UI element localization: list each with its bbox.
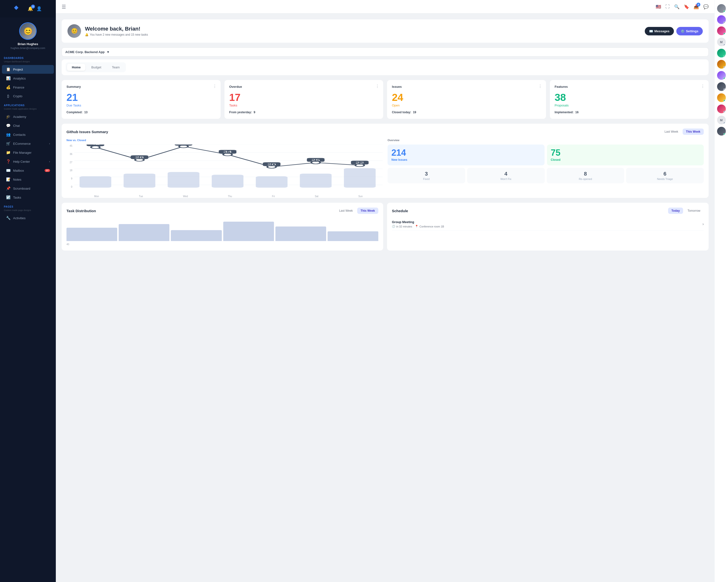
- rp-avatar-10[interactable]: M: [717, 116, 726, 124]
- x-tue: Tue: [139, 195, 143, 198]
- chat-bubble-icon[interactable]: 💬: [703, 4, 709, 9]
- overdue-detail-value: 9: [254, 111, 255, 114]
- flag-icon[interactable]: 🇺🇸: [656, 4, 661, 9]
- issues-detail-value: 19: [413, 111, 416, 114]
- rp-avatar-4[interactable]: [717, 49, 726, 57]
- fullscreen-icon[interactable]: ⛶: [666, 4, 670, 9]
- svg-text:25: 25: [311, 159, 320, 162]
- chart-label: New vs. Closed: [67, 139, 383, 142]
- schedule-panel: Schedule Today Tomorrow Group Meeting 🕐 …: [387, 203, 709, 250]
- svg-text:42: 42: [91, 144, 100, 145]
- sidebar-item-ecommerce[interactable]: 🛒 ECommerce ›: [2, 139, 54, 148]
- helpcenter-arrow-icon: ›: [49, 160, 50, 163]
- dashboards-section: DASHBOARDS Unique dashboard designs 📋 Pr…: [0, 53, 56, 101]
- sidebar-item-chat[interactable]: 💬 Chat: [2, 121, 54, 130]
- bar-3: [171, 230, 222, 241]
- rp-avatar-11[interactable]: [717, 127, 726, 136]
- messages-label: Messages: [654, 29, 670, 33]
- issues-detail: Closed today: 19: [392, 111, 541, 114]
- sidebar-label-ecommerce: ECommerce: [13, 142, 31, 145]
- task-dist-toggle-group: Last Week This Week: [336, 207, 378, 214]
- scrumboard-icon: 📌: [6, 186, 11, 191]
- svg-text:20: 20: [267, 163, 276, 166]
- sidebar-item-mailbox[interactable]: ✉️ Mailbox 27: [2, 166, 54, 175]
- rp-avatar-9[interactable]: [717, 105, 726, 113]
- task-dist-toggle-last[interactable]: Last Week: [336, 207, 356, 214]
- messages-button[interactable]: ✉️ Messages: [645, 27, 674, 35]
- svg-rect-10: [256, 176, 288, 188]
- sidebar-item-tasks[interactable]: ☑️ Tasks: [2, 193, 54, 202]
- notification-bell-icon[interactable]: 🔔 3: [28, 6, 33, 11]
- inbox-icon[interactable]: 📥 5: [694, 4, 699, 9]
- sidebar-item-contacts[interactable]: 👥 Contacts: [2, 130, 54, 139]
- bookmark-icon[interactable]: 🔖: [684, 4, 689, 9]
- hamburger-icon[interactable]: ☰: [62, 4, 66, 10]
- x-sun: Sun: [358, 195, 363, 198]
- online-indicator-2: [723, 33, 726, 35]
- y-9: 9: [67, 177, 72, 180]
- user-circle-icon[interactable]: 👤: [36, 6, 42, 11]
- svg-text:34: 34: [223, 150, 232, 153]
- overdue-menu-icon[interactable]: ⋮: [375, 84, 379, 88]
- rp-avatar-6[interactable]: [717, 71, 726, 80]
- logo-icon[interactable]: ◆: [14, 4, 23, 13]
- tab-home[interactable]: Home: [67, 64, 85, 71]
- tab-budget[interactable]: Budget: [86, 64, 106, 71]
- sidebar-item-analytics[interactable]: 📊 Analytics: [2, 74, 54, 83]
- ecommerce-icon: 🛒: [6, 141, 11, 146]
- rp-avatar-8[interactable]: [717, 93, 726, 102]
- sidebar-item-filemanager[interactable]: 📁 File Manager: [2, 148, 54, 157]
- rp-avatar-2[interactable]: [717, 26, 726, 35]
- rp-avatar-5[interactable]: [717, 60, 726, 68]
- sidebar-item-project[interactable]: 📋 Project: [2, 65, 54, 74]
- search-icon[interactable]: 🔍: [674, 4, 679, 9]
- summary-menu-icon[interactable]: ⋮: [213, 84, 217, 88]
- notes-icon: 📝: [6, 177, 11, 182]
- applications-label: APPLICATIONS: [0, 101, 56, 108]
- features-menu-icon[interactable]: ⋮: [701, 84, 705, 88]
- rp-avatar-1[interactable]: [717, 15, 726, 24]
- overdue-detail: From yesterday: 9: [229, 111, 379, 114]
- issues-menu-icon[interactable]: ⋮: [538, 84, 542, 88]
- rp-avatar-7[interactable]: [717, 82, 726, 91]
- schedule-toggle-tomorrow[interactable]: Tomorrow: [684, 207, 704, 214]
- issues-number-label: Open: [392, 104, 541, 107]
- online-indicator-6: [723, 77, 726, 80]
- pages-sublabel: Custom made page designs: [0, 209, 56, 213]
- project-selector[interactable]: ACME Corp. Backend App ▼: [62, 48, 709, 56]
- settings-button[interactable]: ⚙️ Settings: [676, 27, 703, 35]
- avatar-image: 😊: [20, 23, 36, 39]
- schedule-toggle-today[interactable]: Today: [668, 207, 683, 214]
- chat-icon: 💬: [6, 123, 11, 128]
- chart-svg: 42 28 43 34: [74, 144, 383, 193]
- github-toggle-this[interactable]: This Week: [683, 129, 704, 135]
- sidebar-label-chat: Chat: [13, 124, 20, 128]
- github-toggle-last[interactable]: Last Week: [661, 129, 681, 135]
- sidebar-item-scrumboard[interactable]: 📌 Scrumboard: [2, 184, 54, 193]
- sidebar-label-tasks: Tasks: [13, 196, 21, 199]
- closed-number: 75: [551, 148, 561, 157]
- rp-avatar-3[interactable]: M: [717, 37, 726, 46]
- bottom-grid: Task Distribution Last Week This Week: [62, 203, 709, 250]
- task-dist-toggle-this[interactable]: This Week: [357, 207, 378, 214]
- sidebar-label-analytics: Analytics: [13, 77, 26, 80]
- online-indicator-8: [723, 100, 726, 102]
- sidebar-item-activities[interactable]: 🔧 Activities: [2, 214, 54, 222]
- svg-rect-6: [80, 176, 111, 188]
- user-name: Brian Hughes: [4, 42, 52, 46]
- sidebar-item-crypto[interactable]: ₿ Crypto: [2, 92, 54, 101]
- gear-icon: ⚙️: [681, 29, 684, 33]
- sidebar-item-notes[interactable]: 📝 Notes: [2, 175, 54, 184]
- bar-group-5: [276, 226, 326, 241]
- sidebar-item-academy[interactable]: 🎓 Academy: [2, 112, 54, 121]
- schedule-time-text-0: in 32 minutes: [396, 225, 412, 228]
- chevron-right-icon[interactable]: ›: [703, 222, 704, 226]
- overview-top: 214 New Issues 75 Closed: [388, 144, 704, 165]
- tab-team[interactable]: Team: [107, 64, 125, 71]
- schedule-location-0: 📍 Conference room 1B: [415, 225, 444, 228]
- sidebar-item-helpcenter[interactable]: ❓ Help Center ›: [2, 157, 54, 166]
- rp-avatar-0[interactable]: [717, 4, 726, 13]
- sidebar-item-finance[interactable]: 💰 Finance: [2, 83, 54, 92]
- welcome-actions: ✉️ Messages ⚙️ Settings: [645, 27, 703, 35]
- sidebar-label-scrumboard: Scrumboard: [13, 187, 30, 190]
